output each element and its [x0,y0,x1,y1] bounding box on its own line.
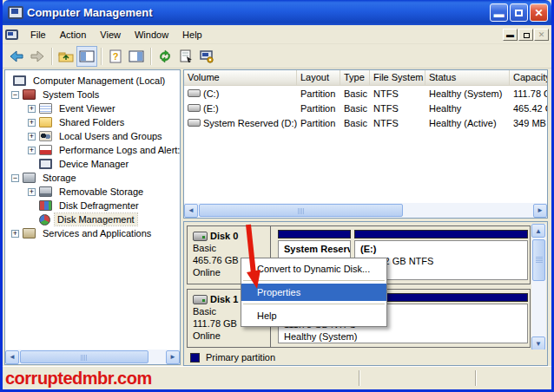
scroll-right-icon[interactable]: ► [166,350,180,364]
minimize-button[interactable]: ▬ [490,3,508,22]
menu-item-properties[interactable]: Properties [241,284,386,301]
menu-item-help[interactable]: Help [241,307,386,324]
titlebar[interactable]: Computer Management ▬ ✕ [3,0,551,25]
drive-icon [188,119,201,127]
device-manager-icon [39,159,52,169]
column-header-volume[interactable]: Volume [184,70,297,85]
volume-row-e[interactable]: (E:) Partition Basic NTFS Healthy 465.42… [184,101,547,115]
shared-folders-icon [39,117,52,127]
menu-item-convert-dynamic[interactable]: Convert to Dynamic Disk... [241,260,386,278]
primary-partition-color-swatch [190,353,200,363]
partition-status: Healthy (System) [284,330,522,343]
manage-computer-icon[interactable] [196,46,217,67]
expand-plus-icon[interactable] [11,230,19,238]
menu-window[interactable]: Window [128,27,175,42]
expand-plus-icon[interactable] [28,133,36,140]
tree-item-disk-management[interactable]: Disk Management [5,212,180,226]
volume-row-system-reserved[interactable]: System Reserved (D:) Partition Basic NTF… [184,115,547,130]
show-action-pane-icon[interactable] [126,46,147,67]
disk-icon [193,232,208,241]
collapse-minus-icon[interactable] [11,174,19,182]
show-console-tree-icon[interactable] [76,46,97,67]
console-tree-pane: Computer Management (Local) System Tools… [4,69,181,365]
tree-label: Disk Defragmenter [56,199,142,212]
volume-type: Basic [340,103,370,114]
menu-view[interactable]: View [93,27,128,42]
up-one-level-icon[interactable] [56,46,76,67]
volume-type: Basic [340,118,370,128]
tree-item-system-tools[interactable]: System Tools [5,88,180,101]
volume-fs: NTFS [370,88,425,99]
tree-item-event-viewer[interactable]: Event Viewer [5,101,180,115]
column-header-type[interactable]: Type [340,70,370,85]
volume-layout: Partition [297,103,340,114]
maximize-button[interactable] [510,3,528,22]
menu-action[interactable]: Action [53,27,94,42]
tree-item-local-users[interactable]: Local Users and Groups [5,129,180,143]
mdi-minimize-button[interactable]: ▬ [503,29,518,41]
expand-plus-icon[interactable] [28,147,36,154]
column-header-capacity[interactable]: Capacity [510,70,548,85]
window-title: Computer Management [27,6,490,19]
refresh-icon[interactable] [155,46,175,67]
expand-plus-icon[interactable] [28,105,36,113]
scroll-left-icon[interactable]: ◄ [184,204,198,218]
tree-item-storage[interactable]: Storage [5,171,180,185]
collapse-minus-icon[interactable] [11,91,19,99]
back-icon[interactable] [6,46,27,67]
mdi-close-button[interactable]: ✕ [534,29,549,41]
mdi-document-icon[interactable] [5,29,18,40]
volume-name: (E:) [203,103,219,114]
column-header-file-system[interactable]: File System [370,70,425,85]
tree-item-removable-storage[interactable]: Removable Storage [5,185,180,199]
scroll-right-icon[interactable]: ► [533,204,547,218]
primary-partition-bar [278,230,351,238]
scrollbar-thumb[interactable] [199,204,403,217]
column-header-status[interactable]: Status [425,70,510,85]
partition-label: System Reserved [284,244,351,254]
forward-icon[interactable] [27,46,48,67]
toolbar: ? [3,44,551,69]
tree-item-computer-management[interactable]: Computer Management (Local) [5,74,180,88]
tree-item-shared-folders[interactable]: Shared Folders [5,115,180,129]
partition-label: (E:) [360,243,522,255]
expand-plus-icon[interactable] [28,119,36,127]
volume-fs: NTFS [370,103,425,114]
tree-item-disk-defragmenter[interactable]: Disk Defragmenter [5,199,180,212]
menu-separator [243,280,385,281]
tree-item-performance-logs[interactable]: Performance Logs and Alert: [5,143,180,157]
tree-spacer [28,216,36,224]
mdi-restore-button[interactable] [518,29,533,41]
tree-horizontal-scrollbar[interactable]: ◄ ► [5,350,180,364]
disk-vertical-scrollbar[interactable]: ▲ ▼ [531,224,546,350]
status-bar: corruptedmbr.com [3,366,551,389]
tree-item-device-manager[interactable]: Device Manager [5,157,180,171]
menu-separator [243,304,385,304]
volume-row-c[interactable]: (C:) Partition Basic NTFS Healthy (Syste… [184,86,547,101]
volume-name: (C:) [203,88,219,99]
close-button[interactable]: ✕ [530,3,548,22]
scroll-up-icon[interactable]: ▲ [531,224,545,238]
tree-label: Removable Storage [56,186,146,198]
tree-label: Storage [40,172,79,184]
toolbar-separator [51,48,52,65]
menu-help[interactable]: Help [175,27,209,42]
storage-icon [23,173,36,183]
volume-horizontal-scrollbar[interactable]: ◄ ► [184,203,547,218]
help-topics-icon[interactable]: ? [105,46,126,67]
tree-label: Device Manager [56,158,131,170]
system-tools-icon [23,89,36,100]
scrollbar-thumb[interactable] [20,350,148,363]
volume-layout: Partition [297,118,340,128]
disk-state: Online [193,330,265,342]
tree-item-services-applications[interactable]: Services and Applications [5,226,180,240]
scrollbar-thumb[interactable] [532,239,545,281]
volume-fs: NTFS [370,118,425,128]
scroll-left-icon[interactable]: ◄ [5,350,19,364]
properties-icon[interactable] [175,46,196,67]
column-header-layout[interactable]: Layout [297,70,340,85]
expand-plus-icon[interactable] [28,188,36,196]
scroll-down-icon[interactable]: ▼ [531,336,545,350]
tree-label: Services and Applications [40,227,154,239]
menu-file[interactable]: File [23,27,53,42]
